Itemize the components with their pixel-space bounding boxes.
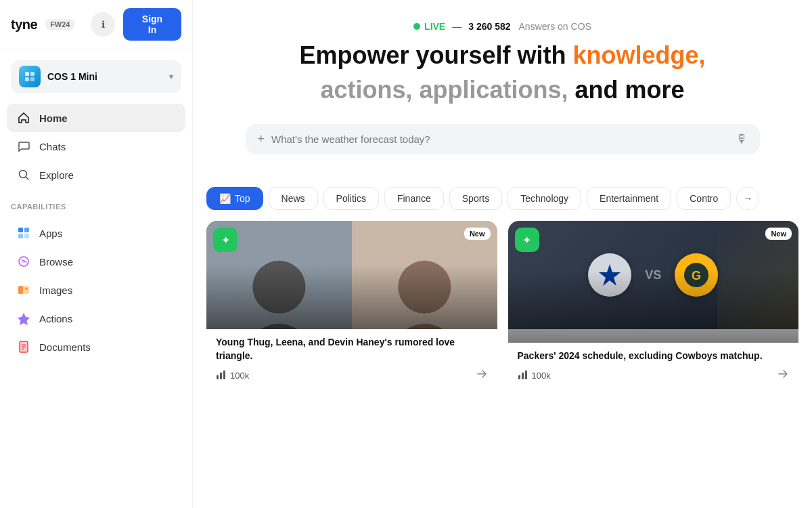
card-1-new-badge: New [464,228,491,240]
svg-rect-6 [24,228,29,232]
svg-rect-32 [522,373,524,379]
tab-technology[interactable]: Technology [508,187,581,210]
card-2-action-btn[interactable]: ✦ [515,228,539,252]
card-1-stat: 100k [216,369,249,382]
tab-politics-label: Politics [336,193,366,204]
tabs-next-button[interactable]: → [736,187,759,210]
capabilities-label: Capabilities [0,194,192,213]
svg-rect-3 [30,77,35,81]
svg-rect-7 [18,234,23,238]
svg-rect-27 [223,371,225,379]
chats-icon [16,139,31,154]
live-indicator: LIVE — 3 260 582 Answers on COS [413,21,591,32]
cards-grid: New ✦ Young Thug, Leena, and Devin Haney… [193,221,812,403]
card-1-image: New ✦ [206,221,497,329]
explore-icon [16,167,31,182]
sidebar-item-home[interactable]: Home [7,104,185,132]
sidebar-item-explore-label: Explore [39,169,74,181]
tab-news[interactable]: News [269,187,318,210]
card-1-body: Young Thug, Leena, and Devin Haney's rum… [206,329,497,389]
cos-selector[interactable]: COS 1 Mini ▾ [11,60,181,93]
sidebar-item-explore[interactable]: Explore [7,161,185,189]
svg-rect-0 [25,72,29,76]
info-button[interactable]: ℹ [91,12,115,37]
svg-point-12 [26,288,28,290]
hero-section: LIVE — 3 260 582 Answers on COS Empower … [193,0,812,187]
plus-icon[interactable]: + [258,132,265,146]
svg-point-4 [20,171,27,178]
card-2-footer: 100k [518,368,790,383]
sidebar-item-documents[interactable]: Documents [7,333,185,361]
live-count: 3 260 582 [468,21,510,32]
svg-rect-31 [518,375,520,379]
svg-rect-1 [30,72,35,76]
svg-rect-33 [525,371,527,379]
card-1-action-btn[interactable]: ✦ [213,228,238,252]
apps-icon [16,226,31,240]
card-1[interactable]: New ✦ Young Thug, Leena, and Devin Haney… [206,221,497,389]
sidebar-item-apps[interactable]: Apps [7,219,185,247]
card-1-stat-value: 100k [230,371,249,381]
sidebar-item-documents-label: Documents [39,341,91,353]
share-icon-1[interactable] [476,368,488,383]
chevron-down-icon: ▾ [169,72,173,81]
tab-entertainment[interactable]: Entertainment [587,187,671,210]
sidebar-item-browse-label: Browse [39,256,73,268]
svg-rect-8 [24,234,29,238]
cos-label: COS 1 Mini [47,71,162,82]
sidebar-item-chats[interactable]: Chats [7,132,185,161]
cos-icon [19,66,41,87]
svg-rect-2 [25,77,29,81]
filter-tabs: 📈 Top News Politics Finance Sports Techn… [193,187,812,221]
tab-technology-label: Technology [520,193,568,204]
tab-top-icon: 📈 [219,193,231,204]
sidebar-header: tyne FW24 ℹ Sign In [0,0,192,49]
live-separator: — [452,21,461,32]
search-input[interactable] [271,133,728,145]
sidebar-item-actions[interactable]: Actions [7,304,185,333]
sidebar-item-apps-label: Apps [39,228,62,239]
tab-finance-label: Finance [397,193,431,204]
svg-rect-5 [18,228,23,232]
svg-rect-25 [217,375,219,379]
sign-in-button[interactable]: Sign In [123,8,181,41]
hero-title-highlight: knowledge, [573,41,706,69]
sidebar-item-home-label: Home [39,112,68,124]
browse-icon [16,254,31,269]
sidebar-item-images[interactable]: Images [7,276,185,304]
bar-chart-icon-2 [518,369,528,382]
bar-chart-icon [216,369,227,382]
sidebar: tyne FW24 ℹ Sign In COS 1 Mini ▾ Home [0,0,193,508]
home-icon [16,110,31,125]
capabilities-section: Apps Browse Images [0,213,192,366]
card-2-stat: 100k [518,369,551,382]
mic-icon[interactable]: 🎙 [736,132,748,146]
svg-rect-11 [18,286,23,294]
tab-sports[interactable]: Sports [449,187,502,210]
card-2-image: VS G New ✦ [508,221,799,343]
card-2[interactable]: VS G New ✦ Packers' 2024 schedule, [508,221,799,389]
sidebar-item-actions-label: Actions [39,313,72,324]
tab-news-label: News [281,193,305,204]
tab-finance[interactable]: Finance [384,187,444,210]
card-1-footer: 100k [216,368,488,383]
tab-politics[interactable]: Politics [323,187,379,210]
tab-contro[interactable]: Contro [677,187,731,210]
live-text: LIVE [424,21,445,32]
images-icon [16,282,31,297]
version-badge: FW24 [45,19,74,30]
card-2-body: Packers' 2024 schedule, excluding Cowboy… [508,343,799,390]
tab-sports-label: Sports [462,193,489,204]
card-1-title: Young Thug, Leena, and Devin Haney's rum… [216,336,488,362]
tab-top[interactable]: 📈 Top [206,187,263,210]
hero-title: Empower yourself with knowledge, [233,40,771,70]
share-icon-2[interactable] [777,368,789,383]
search-bar: + 🎙 [246,124,760,154]
tab-top-label: Top [235,193,250,204]
svg-marker-13 [18,313,30,325]
documents-icon [16,339,31,354]
main-content: LIVE — 3 260 582 Answers on COS Empower … [193,0,812,508]
sidebar-item-browse[interactable]: Browse [7,247,185,276]
nav-section: Home Chats Explore [0,98,192,194]
tab-contro-label: Contro [690,193,718,204]
